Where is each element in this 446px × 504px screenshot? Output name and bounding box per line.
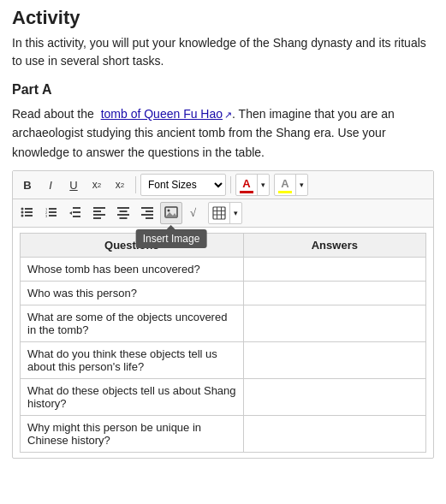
align-center-button[interactable] [112,202,134,224]
table-cell-answer[interactable] [243,258,425,282]
font-color-button[interactable]: A [236,175,258,195]
font-size-select[interactable]: Font Sizes Small Normal Large Huge [140,174,226,196]
col-answers-header: Answers [243,234,425,258]
table-cell-answer[interactable] [243,342,425,379]
svg-marker-15 [69,211,72,215]
insert-image-button[interactable] [160,202,182,224]
underline-button[interactable]: U [62,174,85,196]
svg-rect-13 [73,211,80,213]
page-title: Activity [12,7,434,29]
table-row: What do you think these objects tell us … [21,342,426,379]
col-questions-header: Questions [21,234,244,258]
ordered-list-button[interactable]: 123 [40,202,62,224]
outdent-icon [68,205,82,222]
svg-rect-26 [141,214,153,216]
svg-rect-32 [213,207,225,219]
svg-rect-16 [93,207,105,209]
insert-image-wrapper: Insert Image [160,202,182,224]
svg-rect-1 [25,211,33,213]
insert-table-arrow[interactable]: ▾ [230,203,241,223]
table-cell-question: Why might this person be unique in Chine… [21,416,244,453]
toolbar-divider-1 [135,176,136,193]
svg-rect-21 [120,210,128,212]
svg-point-29 [168,209,170,211]
svg-rect-17 [93,210,101,212]
ordered-list-icon: 123 [45,205,58,222]
bold-button[interactable]: B [16,174,39,196]
align-left-icon [92,205,106,222]
superscript-button[interactable]: x2 [86,174,108,196]
read-prefix: Read about the [12,107,94,121]
insert-special-button[interactable]: √ [184,202,206,224]
unordered-list-button[interactable] [16,202,39,224]
svg-text:3: 3 [45,213,48,217]
svg-point-5 [21,214,24,216]
text-format-group: B I U x2 x2 [16,174,131,196]
table-row: What are some of the objects uncovered i… [21,305,426,342]
font-color-label: A [242,177,250,190]
svg-rect-12 [73,207,80,209]
insert-image-icon [164,205,178,222]
table-body: Whose tomb has been uncovered?Who was th… [21,258,426,453]
table-cell-question: What do you think these objects tell us … [21,342,244,379]
tomb-link[interactable]: tomb of Queen Fu Hao [101,107,223,121]
font-highlight-arrow[interactable]: ▾ [296,175,307,195]
svg-rect-2 [25,215,33,216]
table-cell-question: What do these objects tell us about Shan… [21,379,244,416]
table-cell-question: Who was this person? [21,282,244,305]
table-row: Whose tomb has been uncovered? [21,258,426,282]
font-highlight-wrapper: A ▾ [274,174,308,196]
svg-rect-14 [73,216,80,217]
svg-rect-19 [93,217,101,219]
font-highlight-button[interactable]: A [275,175,296,195]
svg-point-3 [21,207,24,210]
table-header-row: Questions Answers [21,234,426,258]
align-right-icon [140,205,154,222]
svg-rect-20 [117,207,129,209]
svg-text:√: √ [190,206,197,219]
table-cell-answer[interactable] [243,305,425,342]
table-row: Why might this person be unique in Chine… [21,416,426,453]
svg-rect-18 [93,214,105,216]
toolbar-divider-2 [230,176,231,193]
font-color-arrow[interactable]: ▾ [258,175,269,195]
svg-rect-27 [146,217,153,219]
subscript-button[interactable]: x2 [109,174,131,196]
table-cell-answer[interactable] [243,282,425,305]
svg-rect-0 [25,208,33,210]
align-left-button[interactable] [88,202,110,224]
editor-table-wrapper: Questions Answers Whose tomb has been un… [13,228,433,458]
font-highlight-bar [278,191,292,193]
svg-rect-25 [146,210,153,212]
table-cell-question: Whose tomb has been uncovered? [21,258,244,282]
insert-table-button[interactable] [209,203,230,223]
align-center-icon [116,205,130,222]
toolbar-row2: 123 [13,199,433,228]
font-color-bar [240,191,253,193]
editor-container: B I U x2 x2 Font Sizes Small Normal Larg… [12,170,434,459]
align-right-button[interactable] [136,202,158,224]
part-a-label: Part A [12,82,434,98]
svg-rect-6 [49,208,56,210]
qa-table: Questions Answers Whose tomb has been un… [20,233,426,453]
table-row: Who was this person? [21,282,426,305]
svg-point-4 [21,210,24,213]
unordered-list-icon [21,205,34,222]
font-highlight-label: A [281,177,288,190]
toolbar-row1: B I U x2 x2 Font Sizes Small Normal Larg… [13,171,433,199]
table-cell-answer[interactable] [243,379,425,416]
svg-rect-23 [120,217,128,219]
intro-text: In this activity, you will put your know… [12,34,434,70]
outdent-button[interactable] [64,202,86,224]
table-cell-question: What are some of the objects uncovered i… [21,305,244,342]
insert-special-icon: √ [188,205,202,222]
insert-table-wrapper: ▾ [208,202,242,224]
italic-button[interactable]: I [39,174,62,196]
table-row: What do these objects tell us about Shan… [21,379,426,416]
svg-rect-24 [141,207,153,209]
svg-rect-22 [117,214,129,216]
link-icon: ↗ [224,110,232,120]
svg-rect-7 [49,211,56,213]
svg-marker-30 [165,212,177,217]
table-cell-answer[interactable] [243,416,425,453]
